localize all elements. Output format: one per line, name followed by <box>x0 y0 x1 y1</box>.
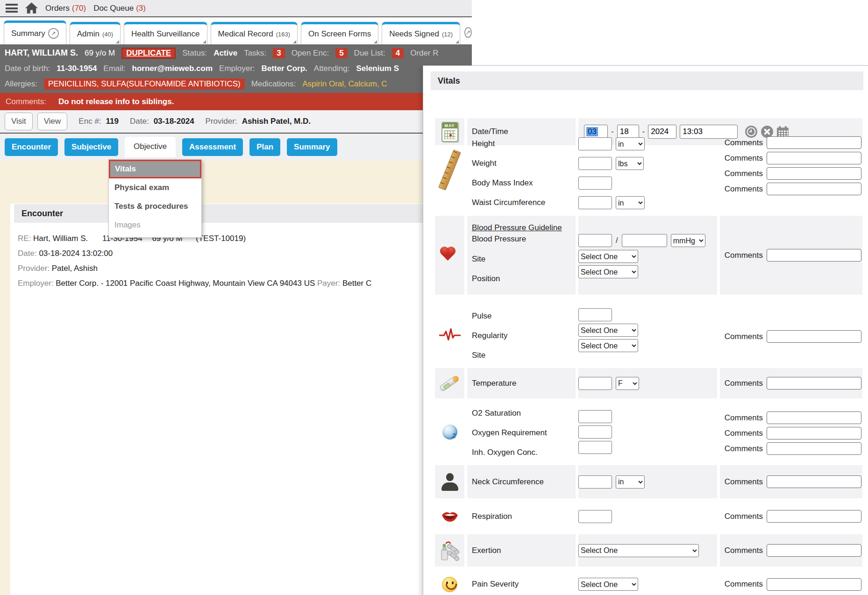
tab-assessment[interactable]: Assessment <box>182 138 243 156</box>
hamburger-menu-icon[interactable] <box>6 4 18 13</box>
date-label: Date: <box>18 249 37 258</box>
status-value: Active <box>213 49 237 58</box>
bp-unit-select[interactable]: mmHg <box>671 234 705 247</box>
respiration-input[interactable] <box>578 510 612 523</box>
oxygen-comments: Comments Comments Comments <box>720 400 862 464</box>
tab-on-screen-forms[interactable]: On Screen Forms <box>301 22 378 44</box>
tab-encounter[interactable]: Encounter <box>5 138 58 156</box>
bp-guideline-link[interactable]: Blood Pressure Guideline <box>472 223 562 233</box>
bp-position-select[interactable]: Select One <box>578 265 638 278</box>
calendar-icon-text: MAY <box>442 123 457 128</box>
duplicate-badge[interactable]: DUPLICATE <box>121 48 176 59</box>
regularity-select[interactable]: Select One <box>578 324 638 337</box>
inh-oxygen-input[interactable] <box>578 441 612 454</box>
exercise-equipment-icon <box>435 534 464 567</box>
tab-subjective[interactable]: Subjective <box>64 138 118 156</box>
temperature-fields: F <box>578 368 717 398</box>
pulse-comments-input[interactable] <box>767 330 861 343</box>
comments-label: Comments <box>720 546 763 555</box>
bp-systolic-input[interactable] <box>578 234 612 247</box>
bmi-input[interactable] <box>578 177 612 190</box>
encounter-employer-line: Employer: Better Corp. - 12001 Pacific C… <box>18 276 472 291</box>
height-input[interactable] <box>578 137 612 150</box>
employer-value: Better Corp. - 12001 Pacific Coast Highw… <box>56 279 315 288</box>
oxygen-fields <box>578 400 717 464</box>
bp-diastolic-input[interactable] <box>622 234 667 247</box>
tab-health-surveillance-label: Health Surveillance <box>131 29 199 39</box>
comments-label: Comments <box>720 444 763 453</box>
bmi-comments-input[interactable] <box>767 167 861 180</box>
weight-input[interactable] <box>578 157 612 170</box>
waist-input[interactable] <box>578 196 612 209</box>
bp-position-label: Position <box>467 269 576 289</box>
tab-needs-signed[interactable]: Needs Signed (12) <box>382 22 460 44</box>
open-enc-count-badge[interactable]: 5 <box>335 48 347 58</box>
due-list-count-badge[interactable]: 4 <box>392 48 404 58</box>
temperature-comments-input[interactable] <box>767 377 861 390</box>
oxygen-requirement-comments-input[interactable] <box>767 427 861 439</box>
height-comments-input[interactable] <box>767 136 861 149</box>
menu-item-physical-exam[interactable]: Physical exam <box>109 178 201 197</box>
allergies-badge[interactable]: PENICILLINS, SULFA(SULFONAMIDE ANTIBIOTI… <box>44 78 245 90</box>
doc-queue-nav-item[interactable]: Doc Queue (3) <box>93 4 146 13</box>
home-icon[interactable] <box>25 2 38 14</box>
popout-icon[interactable]: ↗ <box>48 28 59 39</box>
tab-plan[interactable]: Plan <box>249 138 280 156</box>
tab-on-screen-forms-label: On Screen Forms <box>308 29 371 39</box>
temperature-input[interactable] <box>578 377 612 390</box>
bp-site-select[interactable]: Select One <box>578 250 638 263</box>
popout-icon[interactable]: ↗ <box>464 27 472 38</box>
exertion-comments-input[interactable] <box>767 544 861 557</box>
pulse-input[interactable] <box>578 308 612 321</box>
medications-links[interactable]: Aspirin Oral, Calcium, C <box>302 79 387 89</box>
encounter-content-area: Encounter RE: Hart, William S. 11-30-195… <box>0 161 472 595</box>
visit-button[interactable]: Visit <box>5 113 33 130</box>
tab-objective[interactable]: Objective <box>125 137 176 157</box>
menu-item-tests-procedures[interactable]: Tests & procedures <box>109 197 201 216</box>
bp-comments: Comments <box>720 216 862 295</box>
status-label: Status: <box>182 49 207 58</box>
tab-medical-record[interactable]: Medical Record (163) <box>211 22 298 44</box>
tasks-count-badge[interactable]: 3 <box>273 48 285 58</box>
inh-oxygen-comments-input[interactable] <box>767 442 861 455</box>
tab-health-surveillance[interactable]: Health Surveillance <box>124 22 207 44</box>
re-label: RE: <box>18 234 31 243</box>
re-patient-id: (TEST-10019) <box>196 234 246 243</box>
enc-provider-label: Provider: <box>206 117 237 126</box>
employer-label: Employer: <box>18 279 54 288</box>
waist-label: Waist Circumference <box>467 193 576 212</box>
email-value: horner@mieweb.com <box>132 64 213 73</box>
comments-bar-label: Comments: <box>6 97 46 106</box>
waist-unit-select[interactable]: in <box>616 196 645 209</box>
o2-saturation-comments-input[interactable] <box>767 411 861 424</box>
encounter-card-title: Encounter <box>14 204 472 223</box>
neck-comments-input[interactable] <box>767 475 861 488</box>
payer-value: Better C <box>342 279 371 288</box>
temperature-unit-select[interactable]: F <box>616 377 639 390</box>
menu-item-images[interactable]: Images <box>109 216 201 234</box>
tab-summary[interactable]: Summary ↗ <box>4 21 66 44</box>
neck-fields: in <box>578 465 717 498</box>
tab-admin[interactable]: Admin (40) <box>70 22 121 44</box>
neck-unit-select[interactable]: in <box>616 475 645 489</box>
weight-unit-select[interactable]: lbs <box>616 157 644 170</box>
exertion-select[interactable]: Select One <box>578 544 699 557</box>
pulse-site-select[interactable]: Select One <box>578 339 638 352</box>
oxygen-requirement-input[interactable] <box>578 425 612 439</box>
pain-severity-select[interactable]: Select One <box>578 578 638 591</box>
ruler-icon <box>435 130 464 210</box>
waist-comments-input[interactable] <box>767 183 861 195</box>
patient-name: HART, WILLIAM S. <box>5 48 78 58</box>
view-button[interactable]: View <box>37 113 68 130</box>
orders-nav-item[interactable]: Orders (70) <box>45 4 86 13</box>
height-unit-select[interactable]: in <box>616 137 645 150</box>
weight-comments-input[interactable] <box>767 152 861 164</box>
o2-saturation-input[interactable] <box>578 410 612 423</box>
menu-item-vitals[interactable]: Vitals <box>109 160 201 178</box>
tab-summary-soap[interactable]: Summary <box>287 138 337 156</box>
respiration-comments-input[interactable] <box>767 510 861 523</box>
enc-date-label: Date: <box>130 117 149 126</box>
pain-comments-input[interactable] <box>767 578 861 591</box>
neck-input[interactable] <box>578 475 612 489</box>
bp-comments-input[interactable] <box>767 249 861 262</box>
